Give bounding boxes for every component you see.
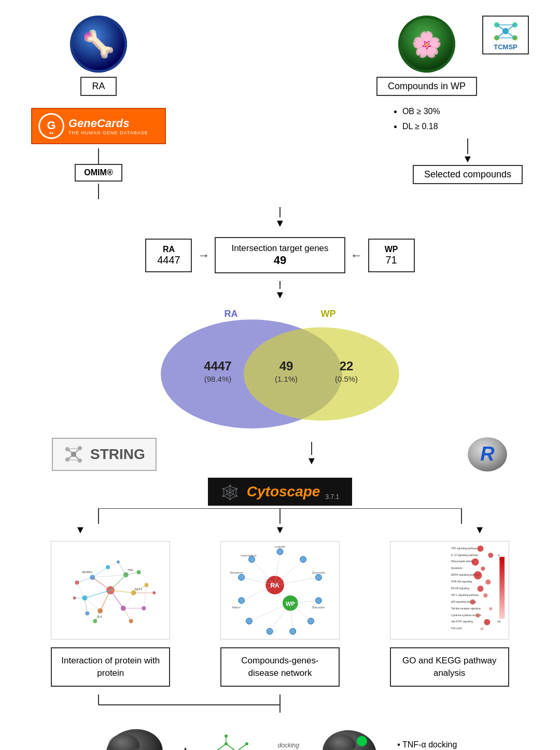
svg-point-148	[470, 600, 475, 605]
svg-point-144	[473, 571, 482, 579]
plus-sign: +	[181, 743, 190, 750]
svg-text:RA: RA	[271, 582, 280, 589]
svg-rect-153	[499, 557, 505, 619]
svg-text:(98.4%): (98.4%)	[204, 374, 232, 383]
svg-point-62	[93, 619, 97, 623]
svg-point-147	[483, 593, 487, 598]
svg-text:val: val	[497, 620, 500, 623]
logos-row: STRING ▼ R	[21, 436, 539, 473]
ra-count-box: RA 4447	[145, 239, 192, 272]
venn-section: RA WP 4447 (98.4%) 49 (1.1%) 22 (0.5%)	[21, 309, 539, 428]
cytoscape-text: Cytoscape	[247, 483, 320, 500]
svg-point-145	[485, 579, 491, 585]
svg-text:Apoptosis: Apoptosis	[451, 567, 463, 570]
genecards-text: GeneCards THE HUMAN GENE DATABASE	[68, 117, 148, 135]
wp-count-number: 71	[380, 254, 403, 266]
wp-top: 🌸 Compounds in WP	[376, 16, 529, 96]
svg-text:NF-kB signaling: NF-kB signaling	[451, 587, 469, 590]
cytoscape-section: 🕸️ Cytoscape 3.7.1	[21, 478, 539, 506]
go-kegg-label: GO and KEGG pathway analysis	[390, 647, 509, 687]
ra-label: RA	[80, 77, 116, 96]
arrow-left: ←	[351, 248, 363, 262]
tcmsp-inner: TCMSP	[492, 20, 520, 51]
svg-line-17	[497, 31, 506, 38]
criteria-section: OB ≥ 30% DL ≥ 0.18 ▼ Selected compounds	[392, 104, 523, 184]
omim-box: OMIM®	[75, 164, 122, 182]
criteria-list: OB ≥ 30% DL ≥ 0.18	[392, 104, 440, 134]
svg-point-106	[239, 598, 245, 604]
svg-point-104	[267, 628, 273, 634]
svg-point-142	[471, 559, 479, 566]
svg-text:Toll-like receptor signaling: Toll-like receptor signaling	[451, 607, 481, 610]
three-col-section: MAPK1 TNF AKT1 IL6 Interaction of protei…	[21, 541, 539, 687]
cytoscape-box: 🕸️ Cytoscape 3.7.1	[208, 478, 352, 506]
docking-info: • TNF-α docking with WP	[397, 740, 457, 750]
svg-point-103	[290, 628, 296, 634]
svg-point-60	[129, 619, 133, 623]
svg-text:G: G	[47, 119, 55, 132]
small-molecule	[205, 731, 257, 750]
cytoscape-version: 3.7.1	[325, 493, 339, 501]
svg-point-170	[225, 742, 228, 745]
svg-line-164	[226, 744, 236, 750]
compounds-genes-label: Compounds-genes-disease network	[220, 647, 340, 687]
svg-point-149	[489, 607, 492, 610]
col-go-kegg: TNF signaling pathway IL-17 signaling pa…	[370, 541, 529, 687]
to-venn-arrow: ▼	[275, 281, 285, 301]
selected-compounds-label: Selected compounds	[413, 165, 523, 184]
svg-text:♦♦: ♦♦	[49, 131, 53, 135]
top-row: 🦴 RA G ♦♦ GeneCards	[21, 10, 539, 204]
criterion-ob: OB ≥ 30%	[402, 104, 440, 119]
svg-point-151	[484, 619, 490, 626]
protein-interaction-label: Interaction of protein with protein	[51, 647, 170, 687]
wp-section: 🌸 Compounds in WP	[376, 16, 529, 184]
svg-point-8	[401, 18, 453, 70]
genecards-circle: G ♦♦	[38, 113, 64, 139]
svg-text:Sitosterol: Sitosterol	[230, 571, 243, 574]
svg-point-152	[480, 627, 483, 630]
svg-text:(1.1%): (1.1%)	[275, 374, 298, 383]
svg-point-22	[244, 327, 399, 421]
svg-point-100	[315, 574, 321, 580]
ra-count-number: 4447	[157, 254, 180, 266]
svg-text:AKT1: AKT1	[135, 588, 143, 591]
col-compounds-genes: RA WP	[201, 541, 360, 687]
svg-text:TNF signaling pathway: TNF signaling pathway	[451, 547, 478, 550]
string-logo: STRING	[52, 438, 157, 471]
convergence-lines	[21, 695, 539, 713]
svg-text:Kaempferol: Kaempferol	[241, 554, 256, 557]
svg-text:22: 22	[340, 359, 354, 373]
svg-point-143	[481, 566, 485, 571]
svg-point-107	[239, 574, 245, 580]
svg-point-101	[315, 598, 321, 604]
wp-count-label: WP	[380, 245, 403, 254]
svg-text:p: p	[498, 554, 499, 557]
three-arrows: ▼ ▼ ▼	[21, 524, 539, 536]
svg-text:Baicalein: Baicalein	[312, 606, 325, 609]
svg-line-163	[216, 744, 226, 750]
molecule-1	[103, 726, 165, 750]
docking-label: docking	[278, 742, 299, 749]
svg-point-1	[73, 18, 124, 70]
svg-text:4447: 4447	[204, 359, 231, 373]
svg-point-98	[277, 549, 283, 555]
protein-network-image: MAPK1 TNF AKT1 IL6	[51, 541, 170, 640]
svg-text:🌸: 🌸	[411, 30, 442, 59]
intersection-count: 49	[231, 254, 328, 267]
svg-point-146	[477, 586, 483, 592]
molecule-2	[319, 726, 382, 750]
svg-line-37	[74, 454, 80, 461]
center-down-arrow: ▼	[306, 442, 317, 467]
svg-text:TNF: TNF	[128, 568, 134, 572]
criterion-dl: DL ≥ 0.18	[402, 119, 440, 134]
svg-text:R: R	[480, 443, 495, 465]
string-text: STRING	[90, 446, 145, 463]
svg-text:49: 49	[279, 359, 293, 373]
genecards-title: GeneCards	[68, 117, 148, 130]
intersection-label: Intersection target genes	[231, 243, 328, 254]
col-protein-interaction: MAPK1 TNF AKT1 IL6 Interaction of protei…	[31, 541, 190, 687]
svg-line-36	[67, 454, 74, 460]
svg-text:Quercetin: Quercetin	[312, 571, 325, 574]
tcmsp-text: TCMSP	[494, 43, 517, 51]
svg-text:IL6: IL6	[98, 615, 103, 618]
